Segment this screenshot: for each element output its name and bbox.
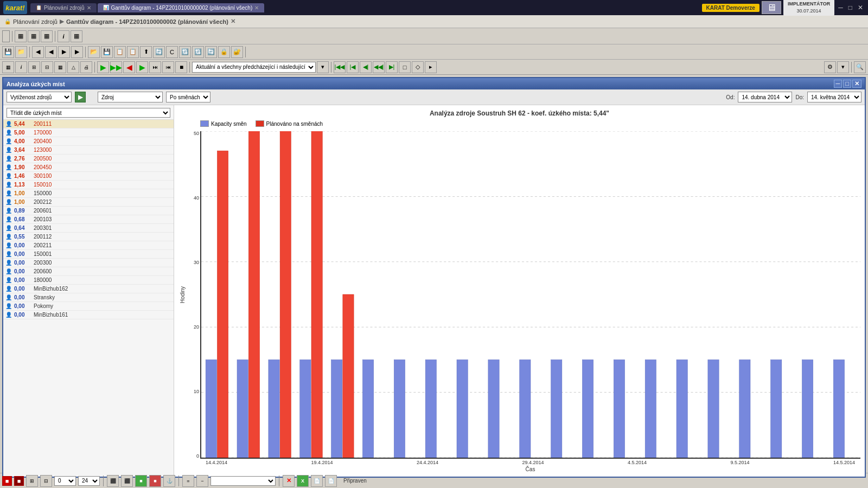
resource-item-9[interactable]: 👤 1,00 200212 — [3, 198, 174, 207]
tb1-info-btn[interactable]: i — [58, 30, 69, 42]
resource-item-2[interactable]: 👤 4,00 200400 — [3, 137, 174, 146]
breadcrumb-item-1[interactable]: Plánování zdrojů — [13, 18, 58, 25]
tb3-next-btn[interactable]: ▶ — [136, 61, 148, 73]
tb2-btn10[interactable]: 🔃 — [179, 46, 191, 58]
tb2-btn4[interactable]: 💾 — [101, 46, 113, 58]
tb2-btn5[interactable]: 📋 — [114, 46, 126, 58]
resource-util-combo[interactable]: Vytíženost zdrojů — [7, 92, 72, 102]
panel-close-btn[interactable]: ✕ — [852, 80, 861, 88]
status-text-combo[interactable] — [210, 476, 276, 486]
tb2-btn14[interactable]: 🔐 — [231, 46, 243, 58]
tb3-btn4[interactable]: ⏹ — [175, 61, 187, 73]
tb3-btn3[interactable]: △ — [67, 61, 79, 73]
status-doc-btn[interactable]: 📄 — [311, 475, 323, 487]
tb2-btn13[interactable]: 🔒 — [218, 46, 230, 58]
resource-item-1[interactable]: 👤 5,00 170000 — [3, 129, 174, 137]
resource-item-14[interactable]: 👤 0,00 200211 — [3, 241, 174, 250]
tb3-skip-btn[interactable]: ⏭ — [149, 61, 161, 73]
resource-item-17[interactable]: 👤 0,00 200600 — [3, 267, 174, 276]
status-num-combo[interactable]: 0 — [54, 476, 76, 486]
resource-item-16[interactable]: 👤 0,00 200300 — [3, 259, 174, 267]
tb1-btn4[interactable]: ▦ — [71, 30, 82, 42]
od-date-combo[interactable]: 14. dubna 2014 — [738, 92, 792, 102]
titlebar-close-btn[interactable]: ✕ — [856, 4, 865, 11]
status-btn5[interactable]: ⚓ — [163, 475, 175, 487]
tb2-btn2[interactable]: 📁 — [15, 46, 27, 58]
status-xls-btn[interactable]: X — [297, 475, 309, 487]
tb3-nav7[interactable]: ◇ — [412, 61, 424, 73]
resource-item-3[interactable]: 👤 3,64 123000 — [3, 146, 174, 155]
tb2-fwd-btn[interactable]: ▶ — [58, 46, 70, 58]
resource-item-11[interactable]: 👤 0,68 200103 — [3, 215, 174, 224]
panel-max-btn[interactable]: □ — [843, 80, 851, 88]
tb3-nav2[interactable]: |◀ — [347, 61, 359, 73]
tb2-back2-btn[interactable]: ◀ — [45, 46, 57, 58]
source-combo[interactable]: Zdroj — [98, 92, 163, 102]
tb3-nav8[interactable]: ▸ — [425, 61, 437, 73]
tb1-btn2[interactable]: ▦ — [28, 30, 40, 42]
tb2-btn9[interactable]: C — [166, 46, 178, 58]
tb2-btn8[interactable]: 🔄 — [153, 46, 165, 58]
status-eq-btn[interactable]: = — [182, 475, 194, 487]
tb2-btn3[interactable]: 📂 — [88, 46, 100, 58]
tb3-play2-btn[interactable]: ▶▶ — [110, 61, 122, 73]
tb2-fwd2-btn[interactable]: ▶ — [71, 46, 83, 58]
tb3-nav3[interactable]: ◀| — [360, 61, 372, 73]
save-def-btn[interactable] — [2, 30, 10, 42]
resource-item-0[interactable]: 👤 5,44 200111 — [3, 120, 174, 129]
go-btn[interactable]: ▶ — [75, 92, 86, 102]
status-icon-btn2[interactable]: ⊟ — [40, 475, 52, 487]
status-btn3[interactable]: ■ — [135, 475, 147, 487]
tb3-combo-arrow[interactable]: ▾ — [317, 61, 329, 73]
resource-item-8[interactable]: 👤 1,00 150000 — [3, 189, 174, 198]
tb3-skip2-btn[interactable]: ⏮ — [162, 61, 174, 73]
status-x-btn[interactable]: ✕ — [283, 475, 295, 487]
resource-item-7[interactable]: 👤 1,13 150010 — [3, 181, 174, 189]
toolbar3-filter-combo[interactable]: Aktuální a všechny předcházející i násle… — [192, 62, 316, 73]
status-icon-btn[interactable]: ⊞ — [26, 475, 38, 487]
tb3-nav5[interactable]: ▶| — [386, 61, 398, 73]
tb3-btn1[interactable]: ▦ — [2, 61, 14, 73]
resource-item-20[interactable]: 👤 0,00 Stransky — [3, 293, 174, 302]
tb3-grid2-btn[interactable]: ⊟ — [41, 61, 53, 73]
tb2-btn11[interactable]: 🔃 — [192, 46, 204, 58]
resource-item-19[interactable]: 👤 0,00 MinBizhub162 — [3, 285, 174, 293]
shift-combo[interactable]: Po směnách — [166, 92, 210, 102]
tb3-play-btn[interactable]: ▶ — [97, 61, 109, 73]
status-minus-btn[interactable]: − — [196, 475, 208, 487]
resource-item-15[interactable]: 👤 0,00 150001 — [3, 250, 174, 259]
tb1-btn3[interactable]: ▦ — [41, 30, 53, 42]
panel-min-btn[interactable]: ─ — [834, 80, 843, 88]
tab-planning-close[interactable]: ✕ — [87, 5, 91, 11]
tb3-settings-btn[interactable]: ⚙ — [824, 61, 836, 73]
titlebar-max-btn[interactable]: □ — [847, 4, 854, 11]
tab-gantt[interactable]: 📊 Ganttův diagram - 14PZ2010100000002 (p… — [98, 3, 265, 12]
tb2-btn7[interactable]: ⬆ — [140, 46, 152, 58]
tb2-back-btn[interactable]: ◀ — [32, 46, 44, 58]
tb2-btn6[interactable]: 📋 — [127, 46, 139, 58]
tb3-prev-btn[interactable]: ◀ — [123, 61, 135, 73]
tb3-search-btn[interactable]: 🔍 — [854, 61, 866, 73]
resource-item-22[interactable]: 👤 0,00 MinBizhub161 — [3, 311, 174, 319]
tb3-dropdown-btn[interactable]: ▾ — [837, 61, 849, 73]
resource-item-6[interactable]: 👤 1,46 300100 — [3, 172, 174, 181]
resource-item-18[interactable]: 👤 0,00 180000 — [3, 276, 174, 285]
resource-item-4[interactable]: 👤 2,76 200500 — [3, 155, 174, 163]
status-red-btn[interactable]: ■ — [2, 476, 12, 486]
status-num-combo2[interactable]: 24 — [78, 476, 100, 486]
tab-planning[interactable]: 📋 Plánování zdrojů ✕ — [30, 3, 97, 12]
tb3-nav4[interactable]: ◀◀| — [373, 61, 385, 73]
tb3-print-btn[interactable]: 🖨 — [80, 61, 92, 73]
resource-item-10[interactable]: 👤 0,89 200601 — [3, 207, 174, 215]
tb3-grid-btn[interactable]: ⊞ — [28, 61, 40, 73]
tab-gantt-close[interactable]: ✕ — [254, 5, 259, 11]
tb2-btn12[interactable]: 🔄 — [205, 46, 217, 58]
sort-filter-combo[interactable]: Třídit dle úzkých míst — [7, 108, 170, 118]
tb3-info-btn[interactable]: i — [15, 61, 27, 73]
resource-item-13[interactable]: 👤 0,55 200112 — [3, 233, 174, 241]
tb3-nav6[interactable]: □ — [399, 61, 411, 73]
tb3-nav1[interactable]: |◀◀ — [334, 61, 346, 73]
tb1-btn1[interactable]: ▦ — [15, 30, 27, 42]
tb3-btn2[interactable]: ▦ — [54, 61, 66, 73]
resource-item-12[interactable]: 👤 0,64 200301 — [3, 224, 174, 233]
